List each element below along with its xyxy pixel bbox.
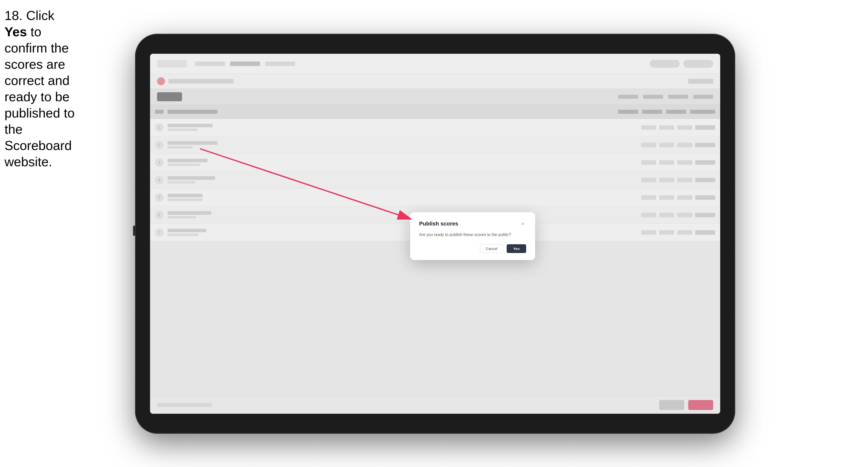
- modal-title: Publish scores: [419, 220, 458, 227]
- modal-header: Publish scores ×: [419, 220, 526, 227]
- modal-yes-button[interactable]: Yes: [507, 244, 526, 253]
- tablet-wrapper: 1: [135, 34, 735, 434]
- tablet-screen: 1: [150, 54, 720, 414]
- modal-close-button[interactable]: ×: [519, 220, 526, 227]
- right-section: 1: [72, 15, 798, 453]
- modal-footer: Cancel Yes: [419, 244, 526, 253]
- instruction-text: 18. Click Yes to confirm the scores are …: [4, 7, 77, 170]
- modal-cancel-button[interactable]: Cancel: [480, 244, 503, 253]
- publish-scores-modal: Publish scores × Are you ready to publis…: [410, 212, 535, 260]
- modal-body-text: Are you ready to publish these scores to…: [419, 232, 526, 238]
- tablet-frame: 1: [135, 34, 735, 434]
- tablet-side-button: [133, 226, 135, 236]
- screen-background: 1: [150, 54, 720, 414]
